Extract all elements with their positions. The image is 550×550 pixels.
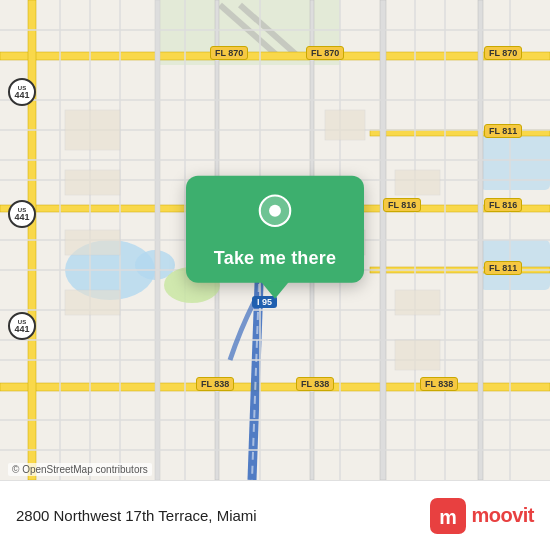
address-block: 2800 Northwest 17th Terrace, Miami: [16, 507, 257, 524]
svg-rect-8: [0, 52, 550, 60]
svg-rect-51: [395, 340, 440, 370]
svg-rect-47: [325, 110, 365, 140]
road-badge-fl816-mid: FL 816: [383, 198, 421, 212]
take-me-there-button[interactable]: Take me there: [214, 248, 336, 269]
us441-top: US 441: [8, 78, 36, 106]
svg-rect-12: [0, 383, 550, 391]
road-badge-fl870-mid: FL 870: [306, 46, 344, 60]
svg-rect-46: [65, 290, 120, 315]
road-badge-fl870-left: FL 870: [210, 46, 248, 60]
road-badge-fl838-right: FL 838: [420, 377, 458, 391]
road-badge-fl816-right: FL 816: [484, 198, 522, 212]
us441-mid: US 441: [8, 200, 36, 228]
pin-icon: [253, 194, 297, 238]
moovit-icon-svg: m: [430, 498, 466, 534]
map-copyright: © OpenStreetMap contributors: [8, 463, 152, 476]
road-badge-fl838-left: FL 838: [196, 377, 234, 391]
road-badge-fl870-right: FL 870: [484, 46, 522, 60]
svg-rect-45: [65, 230, 120, 255]
map-container: FL 870 FL 870 FL 870 FL 811 FL 816 FL 81…: [0, 0, 550, 480]
svg-rect-44: [65, 170, 120, 195]
svg-text:m: m: [440, 505, 458, 527]
svg-rect-50: [395, 290, 440, 315]
us441-bot: US 441: [8, 312, 36, 340]
moovit-logo: m moovit: [430, 498, 534, 534]
svg-rect-48: [395, 170, 440, 195]
road-badge-fl811-top: FL 811: [484, 124, 522, 138]
moovit-label: moovit: [471, 504, 534, 527]
address-text: 2800 Northwest 17th Terrace, Miami: [16, 507, 257, 524]
svg-rect-43: [65, 110, 120, 150]
road-badge-fl811-bot: FL 811: [484, 261, 522, 275]
svg-rect-9: [370, 130, 550, 136]
location-card: Take me there: [186, 176, 364, 283]
bottom-bar: 2800 Northwest 17th Terrace, Miami m moo…: [0, 480, 550, 550]
road-badge-fl838-mid: FL 838: [296, 377, 334, 391]
